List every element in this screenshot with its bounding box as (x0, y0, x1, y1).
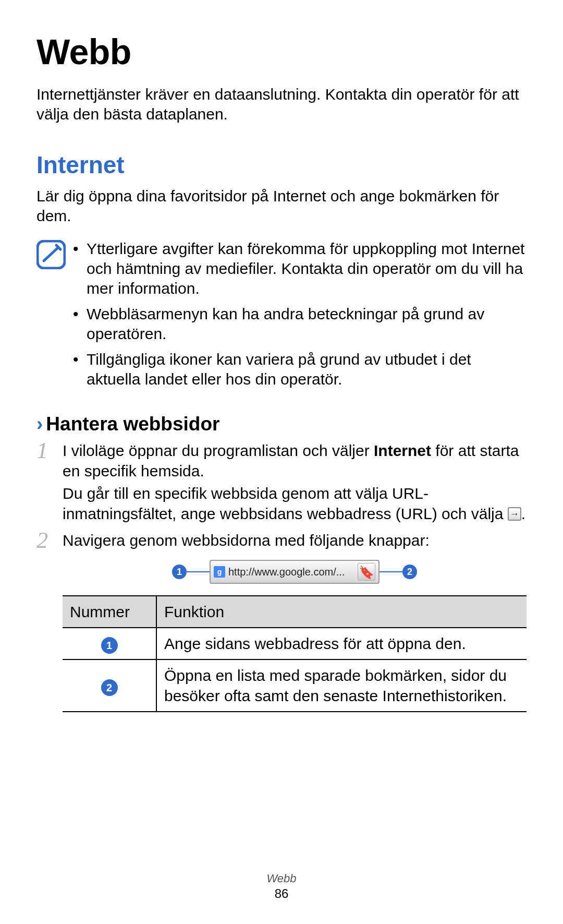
step-number: 1 (36, 436, 48, 465)
step1-text-a: I viloläge öppnar du programlistan och v… (63, 442, 374, 459)
bookmark-icon: 🔖 (358, 563, 375, 581)
function-table: Nummer Funktion 1 Ange sidans webbadress… (63, 595, 527, 712)
chevron-icon: › (36, 413, 43, 435)
step-number: 2 (36, 525, 48, 555)
note-list: Ytterligare avgifter kan förekomma för u… (73, 239, 527, 395)
note-item: Ytterligare avgifter kan förekomma för u… (73, 239, 527, 299)
url-bar: g http://www.google.com/... 🔖 (210, 560, 380, 584)
number-badge: 2 (101, 679, 118, 696)
step-1: 1 I viloläge öppnar du programlistan och… (36, 440, 527, 524)
note-item: Webbläsarmenyn kan ha andra beteckningar… (73, 304, 527, 344)
callout-2: 2 (380, 565, 417, 579)
step-list: 1 I viloläge öppnar du programlistan och… (36, 440, 527, 712)
function-text: Öppna en lista med sparade bokmärken, si… (156, 659, 527, 712)
section-heading-internet: Internet (36, 151, 527, 179)
step1-para: Du går till en specifik webbsida genom a… (63, 485, 508, 522)
step1-dot: . (521, 505, 525, 522)
subsection-heading: ›Hantera webbsidor (36, 413, 527, 435)
table-header-number: Nummer (63, 596, 156, 628)
table-row: 1 Ange sidans webbadress för att öppna d… (63, 628, 527, 659)
note-icon (36, 239, 73, 271)
step1-bold: Internet (374, 442, 431, 459)
callout-badge: 1 (172, 565, 187, 579)
callout-line (380, 571, 402, 572)
step-2: 2 Navigera genom webbsidorna med följand… (36, 530, 527, 712)
intro-paragraph: Internettjänster kräver en dataanslutnin… (36, 85, 527, 125)
footer-section-name: Webb (0, 872, 563, 885)
table-row: 2 Öppna en lista med sparade bokmärken, … (63, 659, 527, 712)
step2-text: Navigera genom webbsidorna med följande … (63, 530, 527, 550)
subsection-title: Hantera webbsidor (46, 413, 219, 435)
table-header-function: Funktion (156, 596, 527, 628)
page-title: Webb (36, 31, 527, 72)
favicon-icon: g (214, 566, 225, 578)
note-item: Tillgängliga ikoner kan variera på grund… (73, 350, 527, 390)
go-arrow-icon: → (508, 507, 521, 521)
footer-page-number: 86 (0, 886, 563, 901)
number-badge: 1 (101, 637, 118, 654)
callout-badge: 2 (402, 565, 417, 579)
browser-bar-screenshot: 1 g http://www.google.com/... 🔖 2 (63, 560, 527, 584)
callout-1: 1 (172, 565, 210, 579)
note-block: Ytterligare avgifter kan förekomma för u… (36, 239, 527, 395)
document-page: Webb Internettjänster kräver en dataansl… (0, 0, 563, 924)
function-text: Ange sidans webbadress för att öppna den… (156, 628, 527, 659)
page-footer: Webb 86 (0, 872, 563, 901)
url-text: http://www.google.com/... (228, 565, 353, 579)
internet-intro: Lär dig öppna dina favoritsidor på Inter… (36, 186, 527, 226)
callout-line (187, 571, 210, 572)
